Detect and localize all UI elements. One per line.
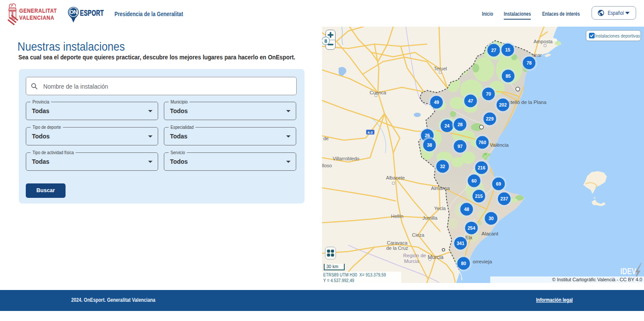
- svg-text:32: 32: [440, 164, 445, 169]
- svg-text:orrevieja: orrevieja: [473, 259, 492, 264]
- svg-text:stelló de la Plana: stelló de la Plana: [508, 100, 547, 105]
- svg-text:30: 30: [488, 216, 494, 221]
- svg-text:341: 341: [457, 241, 464, 246]
- svg-text:València: València: [490, 142, 509, 148]
- svg-text:254: 254: [467, 225, 475, 231]
- svg-text:de: de: [323, 136, 329, 141]
- svg-text:Amposta: Amposta: [533, 39, 553, 44]
- svg-text:Cuenca: Cuenca: [370, 90, 387, 95]
- svg-text:Murcia: Murcia: [428, 254, 443, 260]
- svg-text:15: 15: [505, 47, 510, 52]
- svg-text:Región de: Región de: [403, 253, 426, 258]
- svg-text:70: 70: [486, 91, 491, 97]
- svg-text:85: 85: [506, 73, 511, 79]
- svg-text:27: 27: [491, 48, 496, 53]
- svg-text:60: 60: [471, 178, 477, 183]
- svg-text:760: 760: [478, 140, 486, 145]
- svg-text:24: 24: [444, 123, 450, 128]
- svg-text:229: 229: [486, 116, 494, 121]
- svg-text:Murcia: Murcia: [404, 259, 419, 264]
- svg-text:IDEV: IDEV: [620, 266, 636, 276]
- svg-text:Almansa: Almansa: [431, 186, 450, 191]
- svg-text:78: 78: [526, 60, 532, 66]
- svg-text:ON: ON: [69, 9, 77, 15]
- svg-text:28: 28: [457, 122, 463, 127]
- svg-text:Yecla: Yecla: [434, 206, 446, 211]
- svg-text:Teruel: Teruel: [434, 66, 447, 71]
- svg-text:38: 38: [427, 142, 432, 148]
- svg-text:Alacant: Alacant: [481, 231, 499, 236]
- svg-text:de la Cruz: de la Cruz: [386, 245, 408, 251]
- svg-text:69: 69: [496, 181, 501, 186]
- svg-text:237: 237: [500, 196, 508, 201]
- svg-text:216: 216: [478, 165, 485, 170]
- svg-text:Jumilla: Jumilla: [422, 215, 438, 221]
- svg-text:97: 97: [457, 144, 463, 149]
- svg-text:Villarrobledo: Villarrobledo: [333, 156, 360, 161]
- svg-text:47: 47: [468, 98, 473, 104]
- svg-text:49: 49: [434, 100, 439, 105]
- svg-text:Hellín: Hellín: [391, 214, 403, 219]
- svg-text:Albacete: Albacete: [386, 175, 405, 180]
- svg-text:lloso: lloso: [322, 163, 332, 168]
- svg-text:Cieza: Cieza: [412, 232, 425, 238]
- svg-text:Caravaca: Caravaca: [387, 240, 408, 245]
- svg-text:215: 215: [475, 193, 483, 199]
- svg-text:48: 48: [464, 207, 469, 212]
- svg-text:202: 202: [499, 102, 507, 107]
- svg-text:80: 80: [461, 261, 466, 266]
- svg-text:A-3: A-3: [367, 131, 372, 134]
